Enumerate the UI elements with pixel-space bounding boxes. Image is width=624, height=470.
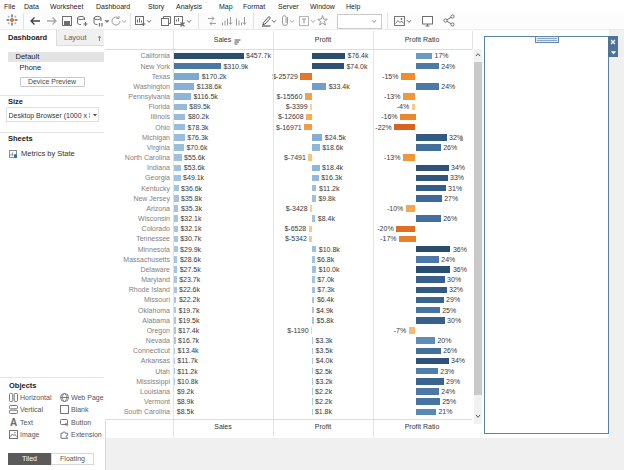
svg-text:A: A bbox=[9, 418, 16, 427]
